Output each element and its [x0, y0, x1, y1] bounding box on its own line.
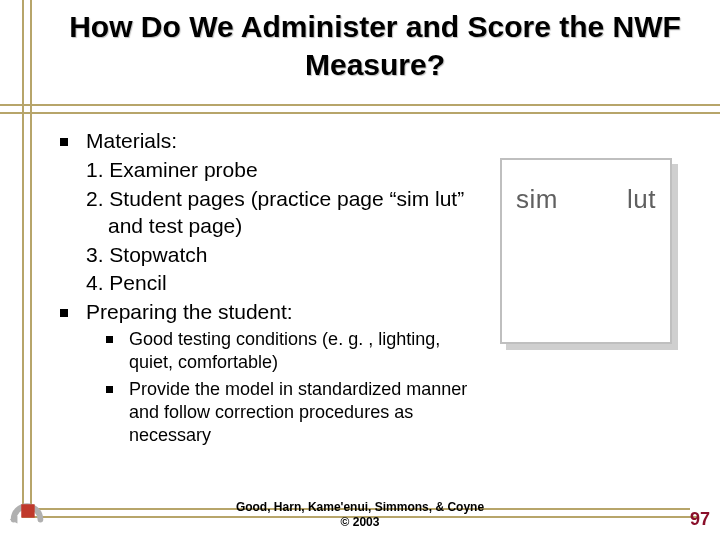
footer-line-1: Good, Harn, Kame'enui, Simmons, & Coyne: [0, 500, 720, 515]
preparing-label: Preparing the student:: [86, 299, 470, 326]
title-rule-outer: [0, 104, 720, 106]
slide-title: How Do We Administer and Score the NWF M…: [60, 8, 690, 83]
materials-item: 3. Stopwatch: [86, 242, 470, 269]
svg-rect-1: [21, 504, 34, 517]
preparing-text: Good testing conditions (e. g. , lightin…: [129, 328, 470, 374]
page-number: 97: [690, 509, 710, 530]
materials-label: Materials:: [86, 128, 470, 155]
sample-card: sim lut: [500, 158, 672, 344]
sample-word-right: lut: [627, 184, 656, 215]
bullet-icon: [60, 309, 68, 317]
bullet-icon: [106, 336, 113, 343]
preparing-item: Provide the model in standardized manner…: [106, 378, 470, 447]
materials-list: 1. Examiner probe 2. Student pages (prac…: [86, 157, 470, 297]
cycle-logo-icon: [4, 490, 50, 530]
footer-line-2: © 2003: [0, 515, 720, 530]
slide-body: Materials: 1. Examiner probe 2. Student …: [60, 128, 470, 451]
preparing-list: Good testing conditions (e. g. , lightin…: [106, 328, 470, 447]
footer-citation: Good, Harn, Kame'enui, Simmons, & Coyne …: [0, 500, 720, 530]
slide: How Do We Administer and Score the NWF M…: [0, 0, 720, 540]
bullet-icon: [60, 138, 68, 146]
sample-word-left: sim: [516, 184, 558, 215]
preparing-item: Good testing conditions (e. g. , lightin…: [106, 328, 470, 374]
bullet-icon: [106, 386, 113, 393]
materials-item: 1. Examiner probe: [86, 157, 470, 184]
preparing-text: Provide the model in standardized manner…: [129, 378, 470, 447]
preparing-row: Preparing the student:: [60, 299, 470, 326]
title-rule-inner: [0, 112, 720, 114]
materials-row: Materials:: [60, 128, 470, 155]
materials-item: 4. Pencil: [86, 270, 470, 297]
materials-item: 2. Student pages (practice page “sim lut…: [86, 186, 470, 240]
